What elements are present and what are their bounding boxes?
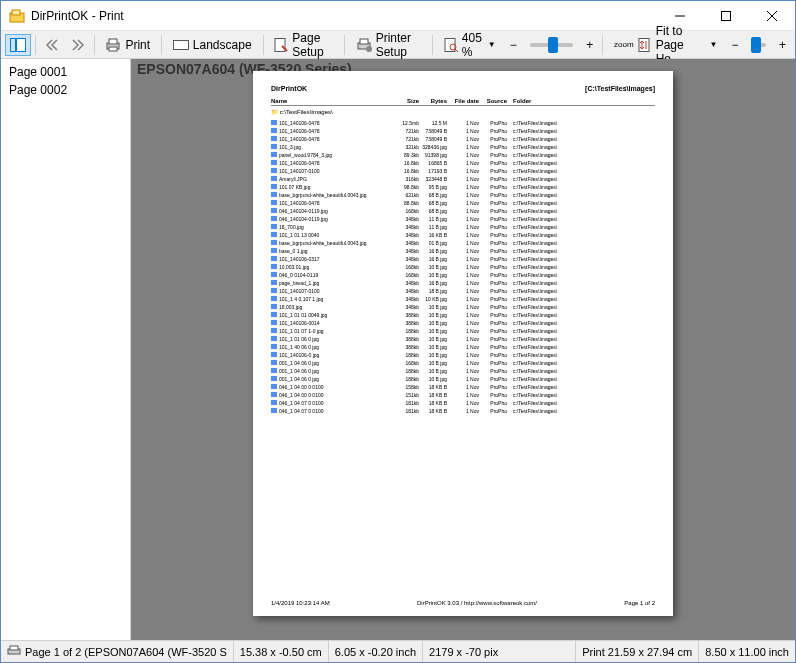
table-row: panel_wood.9784_3.jpg89.3kb91398 jpg1 No… [271, 151, 655, 159]
table-row: 101_1 01 13 0040348kb16 KB B1 NovProPhoc… [271, 231, 655, 239]
landscape-label: Landscape [193, 38, 252, 52]
separator [161, 35, 162, 55]
svg-rect-10 [109, 47, 117, 51]
close-button[interactable] [749, 1, 795, 31]
separator [263, 35, 264, 55]
table-row: 18_700.jpg348kb11 B jpg1 NovProPhoc:\Tes… [271, 223, 655, 231]
svg-rect-12 [275, 38, 285, 51]
table-row: 101_140106-047816.8kb16865 B1 NovProPhoc… [271, 159, 655, 167]
print-label: Print [125, 38, 150, 52]
svg-rect-1 [12, 10, 20, 15]
table-row: 101_140106-047812.5mb12.5 M1 NovProPhoc:… [271, 119, 655, 127]
table-row: base_bgrpund-white_beautiful.0043.jpg348… [271, 239, 655, 247]
table-row: 101_1 01 06 0 jpg388kb10 B jpg1 NovProPh… [271, 335, 655, 343]
page-setup-button[interactable]: Page Setup [267, 34, 340, 56]
table-row: page_bread_1.jpg348kb16 B jpg1 NovProPho… [271, 279, 655, 287]
printer-icon [7, 645, 21, 659]
maximize-button[interactable] [703, 1, 749, 31]
fit-dropdown[interactable]: zoom Fit to Page He... ▼ [607, 34, 724, 56]
page-setup-icon [274, 38, 288, 52]
preview-area[interactable]: EPSON07A604 (WF-3520 Series) DirPrintOK … [131, 59, 795, 640]
separator [602, 35, 603, 55]
table-row: 046_1 04 00 0 0100151kb18 KB B1 NovProPh… [271, 391, 655, 399]
col-bytes-header: Bytes [419, 98, 447, 104]
print-button[interactable]: Print [98, 34, 157, 56]
landscape-icon [173, 39, 189, 51]
chevron-down-icon: ▼ [488, 40, 496, 49]
footer-pagenum: Page 1 of 2 [624, 600, 655, 606]
doc-title: DirPrintOK [271, 85, 307, 92]
main-area: Page 0001 Page 0002 EPSON07A604 (WF-3520… [1, 59, 795, 640]
table-row: 101.07 KB.jpg98.8kb95 B jpg1 NovProPhoc:… [271, 183, 655, 191]
page-list-sidebar: Page 0001 Page 0002 [1, 59, 131, 640]
table-row: 10,003.01.jpg168kb10 B jpg1 NovProPhoc:\… [271, 263, 655, 271]
zoom-prefix-label: zoom [614, 41, 634, 49]
slider-thumb[interactable] [751, 37, 761, 53]
table-row: 101_1 4 0.107 1 jpg348kb10 KB jpg1 NovPr… [271, 295, 655, 303]
col-filedate-header: File date [447, 98, 479, 104]
table-row: 101_140106-047888.8kb68 B jpg1 NovProPho… [271, 199, 655, 207]
table-row: 101_140106-0014388kb10 B jpg1 NovProPhoc… [271, 319, 655, 327]
statusbar: Page 1 of 2 (EPSON07A604 (WF-3520 S 15.3… [1, 640, 795, 662]
col-name-header: Name [271, 98, 391, 104]
col-folder-header: Folder [507, 98, 655, 104]
fit-plus-button[interactable]: + [774, 34, 791, 56]
printer-setup-button[interactable]: Printer Setup [349, 34, 428, 56]
table-row: Amaryll.JPG316kb323448 B1 NovProPhoc:\Te… [271, 175, 655, 183]
table-row: 18,003.jpg348kb10 B jpg1 NovProPhoc:\Tes… [271, 303, 655, 311]
sidebar-page-item[interactable]: Page 0002 [1, 81, 130, 99]
footer-date: 1/4/2019 10:23:14 AM [271, 600, 330, 606]
zoom-in-button[interactable]: + [581, 34, 598, 56]
status-page-info: Page 1 of 2 (EPSON07A604 (WF-3520 S [1, 641, 234, 662]
table-row: 046_1 04 00 0 0100158kb18 KB B1 NovProPh… [271, 383, 655, 391]
window-title: DirPrintOK - Print [31, 9, 657, 23]
table-row: 101_1 01 07 1-0 jpg188kb10 B jpg1 NovPro… [271, 327, 655, 335]
sidebar-page-item[interactable]: Page 0001 [1, 63, 130, 81]
svg-rect-9 [109, 39, 117, 44]
fit-slider[interactable] [751, 43, 766, 47]
page-preview: DirPrintOK [C:\TestFiles\Images] Name Si… [253, 71, 673, 616]
thumbnails-toggle-button[interactable] [5, 34, 31, 56]
first-page-button[interactable] [40, 34, 64, 56]
svg-rect-7 [17, 38, 26, 51]
status-pos-cm: 15.38 x -0.50 cm [234, 641, 329, 662]
status-pos-inch: 6.05 x -0.20 inch [329, 641, 423, 662]
table-row: 046_140104-0119.jpg168kb68 B jpg1 NovPro… [271, 207, 655, 215]
slider-thumb[interactable] [548, 37, 558, 53]
subpath-row: 📁 c:\TestFiles\Images\ [271, 108, 655, 115]
last-page-button[interactable] [66, 34, 90, 56]
zoom-out-button[interactable]: − [505, 34, 522, 56]
separator [35, 35, 36, 55]
app-icon [9, 8, 25, 24]
fit-icon [638, 38, 652, 52]
zoom-slider[interactable] [530, 43, 574, 47]
table-row: 046_0 0104-0119168kb10 B jpg1 NovProPhoc… [271, 271, 655, 279]
table-row: 046_1 04 07 0 0100181kb18 KB B1 NovProPh… [271, 399, 655, 407]
table-row: 101_1 01 01 0049.jpg388kb10 B jpg1 NovPr… [271, 311, 655, 319]
fit-minus-button[interactable]: − [726, 34, 743, 56]
svg-point-15 [366, 46, 372, 52]
page-footer: 1/4/2019 10:23:14 AM DirPrintOK 3.03 / h… [271, 600, 655, 606]
svg-rect-11 [173, 40, 188, 49]
table-row: base_0 1.jpg348kb16 B jpg1 NovProPhoc:\T… [271, 247, 655, 255]
printer-icon [105, 38, 121, 52]
svg-rect-3 [722, 11, 731, 20]
doc-path: [C:\TestFiles\Images] [585, 85, 655, 92]
toolbar: Print Landscape Page Setup Printer Setup… [1, 31, 795, 59]
table-row: 046_140104-0119.jpg348kb11 B jpg1 NovPro… [271, 215, 655, 223]
table-row: 101_140106-0478721kb738049 B1 NovProPhoc… [271, 127, 655, 135]
table-row: 101_1 40 06 0 jpg388kb10 B jpg1 NovProPh… [271, 343, 655, 351]
chevron-down-icon: ▼ [709, 40, 717, 49]
table-row: 046_1 04 07 0 0100181kb18 KB B1 NovProPh… [271, 407, 655, 415]
separator [432, 35, 433, 55]
printer-setup-icon [356, 38, 372, 52]
table-row: 001_1 04 06 0 jpg168kb10 B jpg1 NovProPh… [271, 359, 655, 367]
separator [94, 35, 95, 55]
svg-rect-6 [11, 38, 16, 51]
table-body: 101_140106-047812.5mb12.5 M1 NovProPhoc:… [271, 119, 655, 415]
page-setup-label: Page Setup [292, 31, 333, 59]
zoom-dropdown[interactable]: 405 % ▼ [437, 34, 503, 56]
table-header: Name Size Bytes File date Source Folder [271, 98, 655, 106]
svg-rect-14 [360, 39, 368, 44]
landscape-button[interactable]: Landscape [166, 34, 259, 56]
